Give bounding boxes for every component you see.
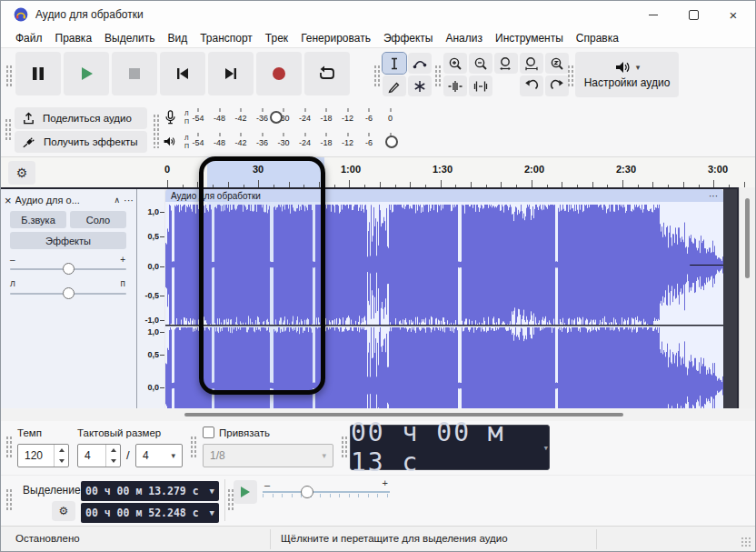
clip-menu-icon[interactable]: ··· bbox=[709, 191, 718, 201]
toolbar-grip[interactable] bbox=[5, 118, 12, 142]
selection-start-value[interactable]: 00 ч 00 м 13.279 с bbox=[85, 485, 199, 497]
toolbar-grip[interactable] bbox=[5, 436, 13, 459]
loop-button[interactable] bbox=[304, 52, 350, 95]
redo-button[interactable] bbox=[545, 75, 569, 96]
menu-item-Генерировать[interactable]: Генерировать bbox=[295, 30, 376, 46]
share-audio-button[interactable]: Поделиться аудио bbox=[15, 107, 147, 129]
spin-up-icon[interactable] bbox=[106, 445, 120, 456]
pan-slider-thumb[interactable] bbox=[63, 287, 75, 299]
toolbar-grip[interactable] bbox=[153, 114, 160, 148]
menu-item-Инструменты[interactable]: Инструменты bbox=[490, 30, 569, 46]
menu-item-Правка[interactable]: Правка bbox=[50, 30, 98, 46]
clip-title[interactable]: Аудио для обработки bbox=[171, 191, 261, 201]
menu-item-Эффекты[interactable]: Эффекты bbox=[378, 30, 439, 46]
selection-tool-button[interactable] bbox=[383, 53, 406, 74]
timeline-options-button[interactable]: ⚙ bbox=[8, 161, 35, 185]
play-speed-slider[interactable]: – + bbox=[263, 479, 390, 510]
trim-audio-button[interactable] bbox=[443, 75, 467, 96]
draw-tool-button[interactable] bbox=[383, 75, 406, 96]
selection-options-button[interactable]: ⚙ bbox=[52, 501, 75, 521]
snap-checkbox[interactable] bbox=[203, 427, 214, 438]
toolbar-grip[interactable] bbox=[434, 65, 442, 86]
record-button[interactable] bbox=[256, 52, 302, 95]
envelope-tool-button[interactable] bbox=[408, 53, 432, 74]
beats-spin-arrows[interactable] bbox=[105, 445, 120, 467]
horizontal-scrollbar-thumb[interactable] bbox=[184, 413, 623, 417]
selection-end-field[interactable]: 00 ч 00 м 52.248 с ▼ bbox=[81, 503, 219, 523]
field-arrow-icon[interactable]: ▼ bbox=[210, 508, 214, 517]
speed-slider-track[interactable] bbox=[263, 491, 390, 493]
menu-item-Файл[interactable]: Файл bbox=[10, 30, 48, 46]
skip-to-end-button[interactable] bbox=[208, 52, 254, 95]
window-resize-grip[interactable] bbox=[741, 537, 751, 547]
stop-button[interactable] bbox=[112, 52, 157, 95]
zoom-selection-button[interactable] bbox=[494, 53, 518, 74]
vertical-scale-ruler[interactable]: 1,00,50,0-0,5-1,01,00,50,0 bbox=[137, 189, 164, 408]
solo-button[interactable]: Соло bbox=[70, 211, 126, 228]
gain-slider-thumb[interactable] bbox=[63, 263, 75, 275]
playback-meter[interactable]: ЛП -54-48-42-36-30-24-18-12-60 bbox=[163, 131, 401, 155]
toolbar-grip[interactable] bbox=[5, 488, 13, 512]
waveform-canvas[interactable] bbox=[165, 202, 723, 408]
recording-meter[interactable]: ЛП -54-48-42-36-30-24-18-12-60 bbox=[163, 106, 401, 130]
playback-volume-handle[interactable] bbox=[385, 135, 398, 148]
toolbar-grip[interactable] bbox=[190, 436, 197, 459]
audio-position-value[interactable]: 00 ч 00 м 13 с bbox=[351, 417, 537, 477]
toolbar-grip[interactable] bbox=[5, 65, 13, 86]
menu-item-Справка[interactable]: Справка bbox=[571, 30, 624, 46]
beats-value[interactable]: 4 bbox=[78, 445, 105, 467]
snap-select[interactable]: 1/8 ▾ bbox=[203, 444, 333, 467]
selection-start-field[interactable]: 00 ч 00 м 13.279 с ▼ bbox=[81, 481, 219, 501]
speed-slider-thumb[interactable] bbox=[301, 486, 313, 498]
mute-button[interactable]: Б.звука bbox=[10, 211, 66, 228]
minimize-button[interactable] bbox=[633, 1, 673, 28]
multi-tool-button[interactable] bbox=[408, 75, 432, 96]
timeline-ruler[interactable]: ⚙ 0301:001:302:002:303:00 bbox=[1, 156, 755, 188]
maximize-button[interactable] bbox=[673, 1, 713, 28]
zoom-in-button[interactable] bbox=[443, 53, 467, 74]
clip-header[interactable]: Аудио для обработки ··· bbox=[165, 189, 723, 202]
track-close-icon[interactable]: × bbox=[5, 194, 12, 207]
menu-item-Анализ[interactable]: Анализ bbox=[440, 30, 488, 46]
undo-button[interactable] bbox=[520, 75, 543, 96]
selection-end-value[interactable]: 00 ч 00 м 52.248 с bbox=[85, 507, 199, 519]
menu-item-Вид[interactable]: Вид bbox=[162, 30, 193, 46]
silence-audio-button[interactable] bbox=[469, 75, 492, 96]
tempo-spin-arrows[interactable] bbox=[54, 445, 68, 467]
audio-setup-button[interactable]: ▾ Настройки аудио bbox=[575, 52, 679, 97]
audio-position-display[interactable]: 00 ч 00 м 13 с ▾ bbox=[350, 425, 550, 470]
close-button[interactable]: × bbox=[713, 1, 753, 28]
menu-item-Выделить[interactable]: Выделить bbox=[99, 30, 160, 46]
zoom-fit-button[interactable] bbox=[520, 53, 543, 74]
toolbar-grip[interactable] bbox=[341, 436, 348, 459]
beat-unit-select[interactable]: 4 ▾ bbox=[135, 444, 183, 467]
track-menu-icon[interactable]: ··· bbox=[124, 195, 134, 206]
play-button[interactable] bbox=[64, 52, 109, 95]
tempo-value[interactable]: 120 bbox=[18, 445, 54, 467]
audio-clip[interactable]: Аудио для обработки ··· bbox=[165, 189, 723, 408]
toolbar-grip[interactable] bbox=[567, 65, 574, 86]
spin-up-icon[interactable] bbox=[55, 445, 68, 456]
play-at-speed-button[interactable] bbox=[234, 480, 257, 504]
field-arrow-icon[interactable]: ▼ bbox=[210, 487, 214, 496]
recording-volume-handle[interactable] bbox=[270, 111, 283, 124]
track-control-panel[interactable]: × Аудио для о... ∧ ··· Б.звука Соло Эффе… bbox=[1, 189, 137, 408]
timeline-selected-region[interactable] bbox=[207, 157, 324, 188]
beats-stepper[interactable]: 4 bbox=[77, 444, 121, 467]
track-name[interactable]: Аудио для о... bbox=[15, 195, 111, 206]
chevron-down-icon[interactable]: ▾ bbox=[542, 442, 549, 454]
get-effects-button[interactable]: Получить эффекты bbox=[15, 131, 147, 153]
track-collapse-icon[interactable]: ∧ bbox=[114, 196, 120, 205]
skip-to-start-button[interactable] bbox=[160, 52, 205, 95]
pause-button[interactable] bbox=[15, 52, 61, 95]
zoom-out-button[interactable] bbox=[469, 53, 492, 74]
vertical-scrollbar-thumb[interactable] bbox=[745, 198, 750, 278]
spin-down-icon[interactable] bbox=[106, 456, 120, 467]
vertical-scrollbar[interactable] bbox=[739, 187, 755, 408]
effects-button[interactable]: Эффекты bbox=[10, 232, 126, 249]
toolbar-grip[interactable] bbox=[373, 65, 381, 86]
snap-checkbox-row[interactable]: Привязать bbox=[203, 427, 270, 438]
menu-item-Трек[interactable]: Трек bbox=[260, 30, 293, 46]
tempo-stepper[interactable]: 120 bbox=[17, 444, 69, 467]
spin-down-icon[interactable] bbox=[55, 456, 68, 467]
